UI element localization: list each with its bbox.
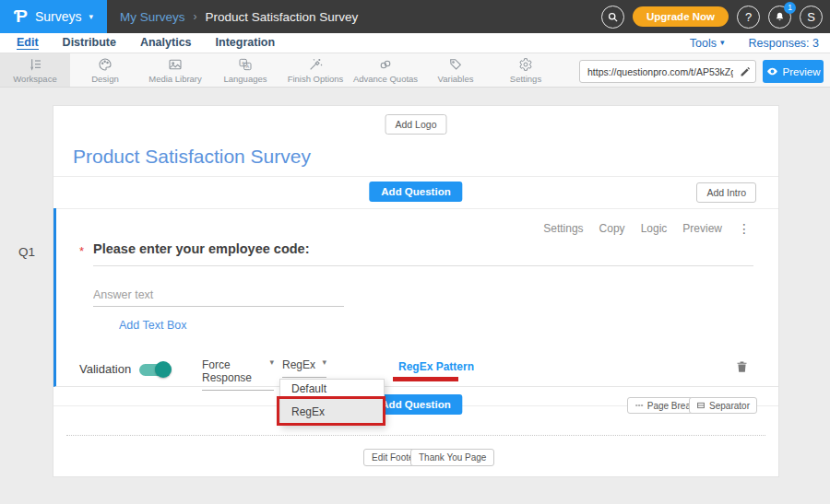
thank-you-page-button[interactable]: Thank You Page (410, 449, 494, 466)
toolbar-variables-label: Variables (438, 74, 474, 84)
preview-button[interactable]: Preview (763, 60, 824, 83)
help-button[interactable]: ? (737, 6, 760, 29)
top-bar: Ƥ Surveys ▾ My Surveys › Product Satisfa… (0, 0, 830, 33)
survey-canvas: Add Logo Product Satisfaction Survey Add… (53, 105, 779, 477)
annotation-underline (393, 377, 458, 381)
bell-icon (774, 11, 786, 23)
toolbar-design[interactable]: Design (70, 53, 140, 87)
tab-edit[interactable]: Edit (17, 36, 39, 50)
magic-wand-icon (308, 57, 323, 72)
toolbar-languages-label: Languages (223, 74, 267, 84)
survey-title[interactable]: Product Satisfaction Survey (73, 146, 311, 168)
chevron-down-icon: ▾ (720, 39, 725, 47)
toolbar-settings-label: Settings (510, 74, 541, 84)
validation-toggle[interactable] (139, 364, 170, 376)
answer-text-input[interactable] (93, 287, 344, 307)
question-logic-button[interactable]: Logic (641, 222, 668, 235)
chain-links-icon (378, 57, 393, 72)
add-intro-button[interactable]: Add Intro (696, 182, 756, 203)
add-text-box-link[interactable]: Add Text Box (119, 319, 186, 332)
toolbar-workspace[interactable]: Workspace (0, 53, 70, 87)
edit-url-button[interactable] (735, 66, 755, 77)
toolbar-finish-options[interactable]: Finish Options (280, 53, 350, 87)
upgrade-now-button[interactable]: Upgrade Now (633, 6, 729, 27)
dotted-divider (66, 435, 765, 436)
annotation-highlight-box (277, 396, 385, 426)
toolbar-variables[interactable]: Variables (421, 53, 491, 87)
breadcrumb-my-surveys[interactable]: My Surveys (120, 10, 185, 24)
nav-tabs: Edit Distribute Analytics Integration (0, 36, 275, 50)
tag-icon (448, 57, 463, 72)
regex-pattern-link[interactable]: RegEx Pattern (398, 360, 474, 373)
validation-label: Validation (79, 362, 131, 376)
tools-label: Tools (690, 37, 717, 50)
validation-type-dropdown[interactable]: RegEx ▾ (282, 358, 326, 378)
question-mark-icon: ? (745, 10, 752, 24)
eye-icon (766, 65, 778, 77)
page-break-icon (634, 401, 644, 410)
breadcrumb: My Surveys › Product Satisfaction Survey (120, 10, 358, 24)
breadcrumb-separator: › (194, 10, 197, 23)
toolbar-workspace-label: Workspace (13, 74, 56, 84)
account-avatar[interactable]: S (800, 6, 823, 29)
languages-icon: aA (238, 57, 253, 72)
product-menu-label: Surveys (35, 9, 82, 24)
product-menu[interactable]: Ƥ Surveys ▾ (0, 0, 107, 33)
notifications-button[interactable]: 1 (768, 6, 791, 29)
tab-integration[interactable]: Integration (216, 36, 276, 50)
top-bar-actions: Upgrade Now ? 1 S (601, 6, 830, 29)
image-icon (168, 57, 183, 72)
question-card: Settings Copy Logic Preview ⋮ * Please e… (53, 208, 778, 387)
responses-link[interactable]: Responses: 3 (749, 37, 819, 50)
questionpro-survey-editor: Ƥ Surveys ▾ My Surveys › Product Satisfa… (0, 0, 830, 504)
add-question-button-top[interactable]: Add Question (369, 182, 462, 202)
survey-url-input[interactable] (580, 66, 735, 77)
separator-icon (696, 401, 706, 410)
toolbar-finish-options-label: Finish Options (288, 74, 344, 84)
question-actions: Settings Copy Logic Preview ⋮ (543, 221, 751, 236)
survey-url-box (579, 60, 756, 83)
chevron-down-icon: ▾ (322, 358, 326, 367)
add-logo-button[interactable]: Add Logo (385, 114, 447, 135)
question-settings-button[interactable]: Settings (543, 222, 583, 235)
preview-label: Preview (783, 66, 821, 77)
required-asterisk: * (79, 244, 84, 258)
question-preview-button[interactable]: Preview (682, 222, 722, 235)
nav-right: Tools▾ Responses: 3 (690, 37, 830, 50)
palette-icon (98, 57, 113, 72)
pencil-icon (740, 66, 751, 77)
question-text[interactable]: Please enter your employee code: (93, 241, 310, 256)
toolbar-advance-quotas[interactable]: Advance Quotas (350, 53, 421, 87)
question-underline (93, 265, 753, 266)
toolbar-languages[interactable]: aA Languages (210, 53, 280, 87)
force-response-dropdown[interactable]: Force Response ▾ (202, 358, 274, 391)
tab-analytics[interactable]: Analytics (140, 36, 192, 50)
toggle-knob (155, 361, 172, 378)
svg-text:A: A (246, 63, 250, 68)
avatar-initial: S (807, 10, 815, 24)
separator-button[interactable]: Separator (689, 397, 757, 414)
divider (53, 176, 778, 177)
search-button[interactable] (601, 6, 624, 29)
validation-type-value: RegEx (282, 358, 315, 371)
tab-distribute[interactable]: Distribute (63, 36, 116, 50)
more-options-icon[interactable]: ⋮ (738, 221, 751, 236)
toolbar-design-label: Design (91, 74, 119, 84)
toolbar-media-library[interactable]: Media Library (140, 53, 210, 87)
chevron-down-icon: ▾ (269, 358, 274, 367)
survey-nav: Edit Distribute Analytics Integration To… (0, 33, 830, 53)
delete-question-button[interactable] (735, 359, 750, 375)
tools-menu[interactable]: Tools▾ (690, 37, 725, 50)
search-icon (607, 11, 619, 23)
svg-text:a: a (242, 59, 244, 64)
toolbar-settings[interactable]: Settings (491, 53, 561, 87)
separator-label: Separator (709, 401, 750, 411)
chevron-down-icon: ▾ (89, 13, 93, 21)
trash-icon (735, 359, 749, 374)
toolbar-media-library-label: Media Library (148, 74, 202, 84)
force-response-value: Force Response (202, 358, 264, 384)
notification-badge: 1 (784, 2, 796, 14)
questionpro-logo-icon: Ƥ (14, 6, 28, 27)
toolbar-advance-quotas-label: Advance Quotas (353, 74, 418, 84)
question-copy-button[interactable]: Copy (599, 222, 625, 235)
